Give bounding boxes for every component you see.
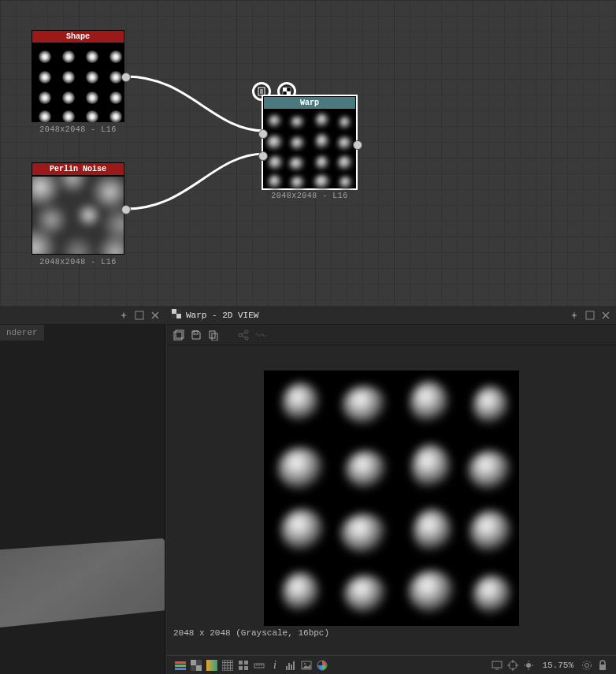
pin-icon[interactable]	[569, 310, 580, 321]
svg-rect-29	[175, 665, 186, 667]
settings-icon[interactable]	[580, 658, 594, 672]
svg-rect-72	[599, 665, 606, 670]
svg-rect-34	[191, 665, 196, 671]
input-port-1[interactable]	[258, 129, 268, 139]
node-header: Perlin Noise	[32, 162, 124, 176]
svg-rect-33	[196, 660, 202, 665]
node-resolution-label: 2048x2048 - L16	[32, 258, 124, 266]
svg-point-71	[583, 661, 592, 669]
svg-rect-28	[175, 661, 186, 664]
svg-point-70	[585, 663, 589, 667]
svg-rect-45	[239, 666, 243, 670]
svg-rect-14	[172, 314, 176, 318]
svg-rect-46	[244, 666, 248, 670]
2d-viewer-panel: 2048 x 2048 (Grayscale, 16bpc) i 15.75%	[167, 325, 616, 674]
monitor-icon[interactable]	[490, 658, 504, 672]
svg-rect-52	[288, 663, 290, 670]
svg-line-26	[242, 333, 245, 334]
checker-icon	[172, 309, 181, 321]
alpha-checker-icon[interactable]	[189, 658, 203, 672]
pin-icon[interactable]	[118, 310, 129, 321]
svg-rect-7	[283, 91, 287, 95]
node-shape[interactable]: Shape 2048x2048 - L16	[32, 30, 124, 134]
histogram-icon[interactable]	[284, 658, 298, 672]
svg-rect-31	[191, 660, 196, 665]
lock-icon[interactable]	[596, 658, 610, 672]
target-icon[interactable]	[506, 658, 520, 672]
zoom-level: 15.75%	[537, 661, 578, 670]
svg-rect-6	[287, 88, 291, 91]
gradient-icon[interactable]	[205, 658, 219, 672]
svg-point-24	[245, 330, 248, 333]
viewer-canvas[interactable]	[167, 345, 616, 639]
svg-rect-30	[175, 668, 186, 670]
svg-line-27	[242, 336, 245, 337]
svg-rect-5	[287, 91, 291, 95]
svg-rect-54	[293, 661, 295, 670]
image-info-label: 2048 x 2048 (Grayscale, 16bpc)	[173, 628, 329, 638]
svg-point-65	[526, 663, 531, 668]
new-window-icon[interactable]	[173, 330, 184, 341]
node-resolution-label: 2048x2048 - L16	[32, 125, 124, 134]
node-graph[interactable]: Shape 2048x2048 - L16 Perlin Noise 2048x…	[0, 0, 616, 306]
node-preview	[32, 176, 124, 255]
svg-rect-43	[239, 661, 243, 665]
svg-rect-12	[176, 314, 181, 318]
wave-icon[interactable]	[255, 330, 266, 341]
svg-rect-53	[291, 665, 292, 670]
node-header: Warp	[263, 96, 356, 110]
node-warp[interactable]: Warp 2048x2048 - L16	[263, 96, 356, 200]
ruler-icon[interactable]	[252, 658, 266, 672]
renderer-tab[interactable]: nderer	[0, 325, 44, 341]
layers-icon[interactable]	[173, 658, 187, 672]
close-icon[interactable]	[600, 310, 611, 321]
svg-rect-11	[172, 309, 176, 314]
svg-point-25	[245, 337, 248, 340]
svg-rect-35	[206, 660, 217, 671]
image-preview	[264, 371, 519, 626]
output-port[interactable]	[121, 205, 131, 214]
share-icon[interactable]	[238, 330, 249, 341]
maximize-icon[interactable]	[134, 310, 145, 321]
tile-icon[interactable]	[236, 658, 250, 672]
color-circle-icon[interactable]	[315, 658, 329, 672]
node-resolution-label: 2048x2048 - L16	[263, 192, 356, 200]
svg-rect-13	[176, 309, 181, 314]
svg-rect-4	[283, 88, 287, 91]
svg-rect-32	[196, 665, 202, 671]
svg-rect-51	[286, 666, 288, 670]
picture-icon[interactable]	[299, 658, 314, 672]
node-perlin-noise[interactable]: Perlin Noise 2048x2048 - L16	[32, 162, 124, 266]
svg-rect-20	[194, 331, 198, 334]
grid-icon[interactable]	[221, 658, 235, 672]
3d-viewer-panel[interactable]: nderer	[0, 325, 165, 674]
svg-point-56	[304, 663, 306, 665]
viewer-toolbar-top	[167, 325, 616, 345]
brightness-icon[interactable]	[521, 658, 536, 672]
svg-point-23	[239, 333, 242, 337]
maximize-icon[interactable]	[584, 310, 596, 321]
output-port[interactable]	[121, 73, 131, 82]
viewer-title: Warp - 2D VIEW	[186, 311, 258, 320]
node-preview	[32, 43, 124, 122]
node-header: Shape	[32, 30, 124, 43]
close-icon[interactable]	[150, 310, 161, 321]
svg-rect-8	[135, 311, 143, 319]
svg-rect-58	[492, 661, 502, 668]
info-icon[interactable]: i	[268, 658, 282, 672]
3d-plane	[0, 538, 165, 632]
copy-icon[interactable]	[208, 330, 219, 341]
svg-rect-15	[586, 311, 594, 319]
viewer-toolbar-bottom: i 15.75%	[167, 655, 616, 674]
node-preview	[263, 110, 356, 188]
output-port[interactable]	[353, 140, 362, 150]
input-port-2[interactable]	[258, 151, 268, 161]
save-icon[interactable]	[191, 330, 202, 341]
svg-rect-44	[244, 661, 248, 665]
